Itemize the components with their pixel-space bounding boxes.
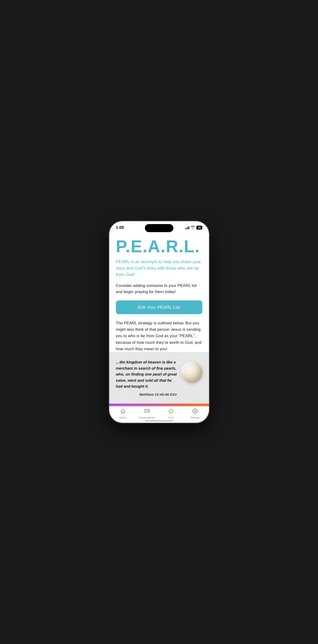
edit-pearl-list-button[interactable]: Edit Your PEARL List [116, 300, 202, 314]
quote-text: …the kingdom of heaven is like a merchan… [116, 359, 177, 390]
nav-item-home[interactable]: Home [111, 408, 135, 419]
svg-point-1 [148, 410, 148, 410]
svg-point-2 [148, 411, 148, 412]
signal-bars-icon [185, 226, 189, 229]
pearl-icon [168, 408, 174, 416]
status-time: 1:09 [116, 225, 124, 230]
conversations-icon [144, 408, 150, 416]
svg-point-3 [169, 409, 173, 413]
conversations-nav-label: Conversations [139, 416, 155, 419]
pearl-description: The PEARL strategy is outlined below. Bu… [116, 320, 202, 352]
nav-item-settings[interactable]: Settings [183, 408, 207, 419]
quote-text-container: …the kingdom of heaven is like a merchan… [116, 359, 177, 396]
quote-section: …the kingdom of heaven is like a merchan… [109, 352, 209, 404]
home-icon [120, 408, 126, 416]
home-nav-label: Home [119, 416, 126, 419]
pearl-body: Consider adding someone to your PEARL li… [116, 283, 202, 295]
nav-item-pearl[interactable]: Pearl [159, 408, 183, 419]
pearl-subtitle: PEARL is an acronym to help you share yo… [116, 259, 202, 278]
color-bar [109, 404, 209, 406]
pearl-title: P.E.A.R.L. [116, 238, 202, 255]
quote-reference: Matthew 13:45-46 ESV [116, 392, 177, 396]
pearl-gem-image [181, 362, 202, 383]
nav-item-conversations[interactable]: Conversations [135, 408, 159, 419]
screen-content[interactable]: P.E.A.R.L. PEARL is an acronym to help y… [109, 233, 209, 406]
pearl-nav-label: Pearl [168, 416, 174, 419]
status-icons: 80 [185, 226, 202, 230]
phone-screen: 1:09 80 [109, 221, 209, 423]
dynamic-island [145, 224, 173, 232]
main-content: P.E.A.R.L. PEARL is an acronym to help y… [109, 233, 209, 352]
settings-nav-label: Settings [190, 416, 200, 419]
settings-icon [192, 408, 198, 416]
battery-icon: 80 [196, 226, 202, 230]
svg-point-5 [194, 410, 196, 412]
svg-rect-0 [145, 409, 149, 412]
svg-point-4 [170, 410, 172, 412]
home-indicator [145, 420, 173, 421]
wifi-icon [191, 226, 195, 230]
phone-frame: 1:09 80 [109, 221, 209, 423]
